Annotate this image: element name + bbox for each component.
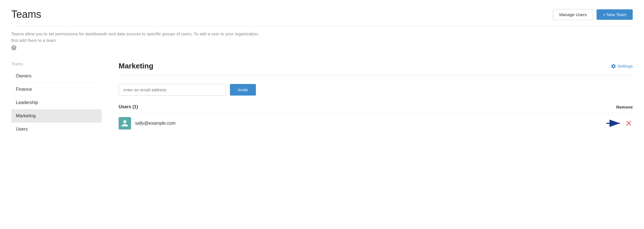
sidebar-item-users[interactable]: Users <box>11 123 102 136</box>
invite-button[interactable]: Invite <box>230 84 256 96</box>
team-name: Marketing <box>119 62 153 70</box>
main-layout: Teams Owners Finance Leadership Marketin… <box>11 62 633 136</box>
users-label: Users (1) <box>119 104 138 109</box>
manage-users-button[interactable]: Manage Users <box>553 9 593 20</box>
sidebar-item-leadership[interactable]: Leadership <box>11 96 102 109</box>
sidebar-section-label: Teams <box>11 62 102 66</box>
description-text: Teams allow you to set permissions for d… <box>11 31 266 50</box>
settings-link[interactable]: Settings <box>611 64 633 68</box>
help-icon[interactable]: ? <box>11 45 16 50</box>
arrow-remove-wrapper <box>606 118 633 128</box>
remove-user-button[interactable] <box>625 119 633 127</box>
content-header: Marketing Settings <box>119 62 633 75</box>
close-icon <box>626 120 632 126</box>
avatar-icon <box>121 119 129 127</box>
remove-label: Remove <box>616 105 633 109</box>
arrow-right-icon <box>606 118 623 128</box>
sidebar: Teams Owners Finance Leadership Marketin… <box>11 62 107 136</box>
description-content: Teams allow you to set permissions for d… <box>11 31 266 44</box>
content-area: Marketing Settings Invite Users (1) Remo… <box>107 62 633 136</box>
page-title: Teams <box>11 8 41 20</box>
email-input[interactable] <box>119 84 226 96</box>
sidebar-item-finance[interactable]: Finance <box>11 83 102 96</box>
sidebar-item-owners[interactable]: Owners <box>11 70 102 83</box>
sidebar-item-marketing[interactable]: Marketing <box>11 109 102 123</box>
header-actions: Manage Users + New Team <box>553 9 633 20</box>
users-header: Users (1) Remove <box>119 104 633 109</box>
gear-icon <box>611 64 616 68</box>
settings-label: Settings <box>617 64 633 68</box>
table-row: sally@example.com <box>119 113 633 133</box>
user-email: sally@example.com <box>135 121 606 126</box>
invite-section: Invite <box>119 84 633 96</box>
new-team-button[interactable]: + New Team <box>597 9 633 20</box>
avatar <box>119 117 131 129</box>
page-header: Teams Manage Users + New Team <box>11 8 633 26</box>
page-wrapper: Teams Manage Users + New Team Teams allo… <box>0 0 644 229</box>
